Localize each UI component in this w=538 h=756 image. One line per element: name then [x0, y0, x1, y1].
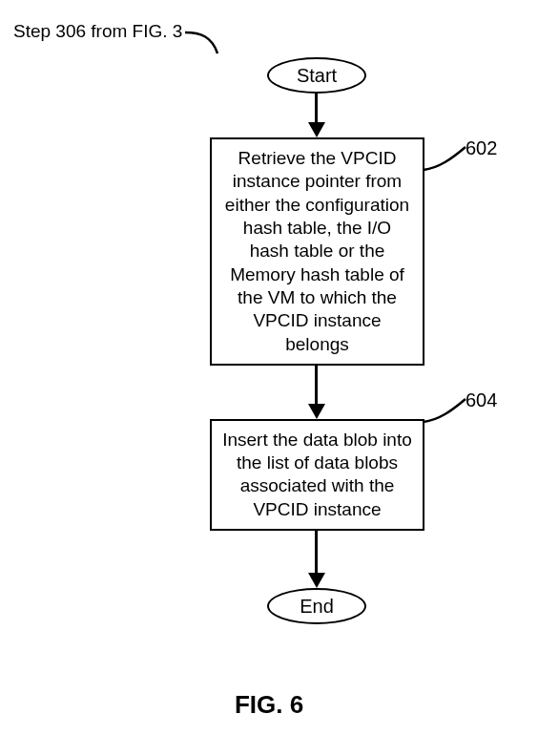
process-602-text: Retrieve the VPCID instance pointer from… — [225, 148, 409, 354]
process-604-text: Insert the data blob into the list of da… — [222, 430, 412, 519]
arrow-604-to-end — [315, 531, 319, 588]
arrow-602-to-604 — [315, 366, 319, 419]
end-terminator: End — [267, 588, 366, 624]
flowchart: Start Retrieve the VPCID instance pointe… — [0, 57, 538, 624]
figure-label: FIG. 6 — [0, 690, 538, 720]
arrow-start-to-602 — [315, 94, 319, 137]
entry-reference-caption: Step 306 from FIG. 3 — [13, 21, 182, 42]
end-label: End — [300, 596, 334, 618]
ref-602-pointer — [422, 141, 479, 179]
process-604: Insert the data blob into the list of da… — [210, 419, 424, 531]
process-602: Retrieve the VPCID instance pointer from… — [210, 137, 424, 366]
start-label: Start — [297, 65, 337, 87]
start-terminator: Start — [267, 57, 366, 94]
ref-604-pointer — [422, 393, 479, 431]
